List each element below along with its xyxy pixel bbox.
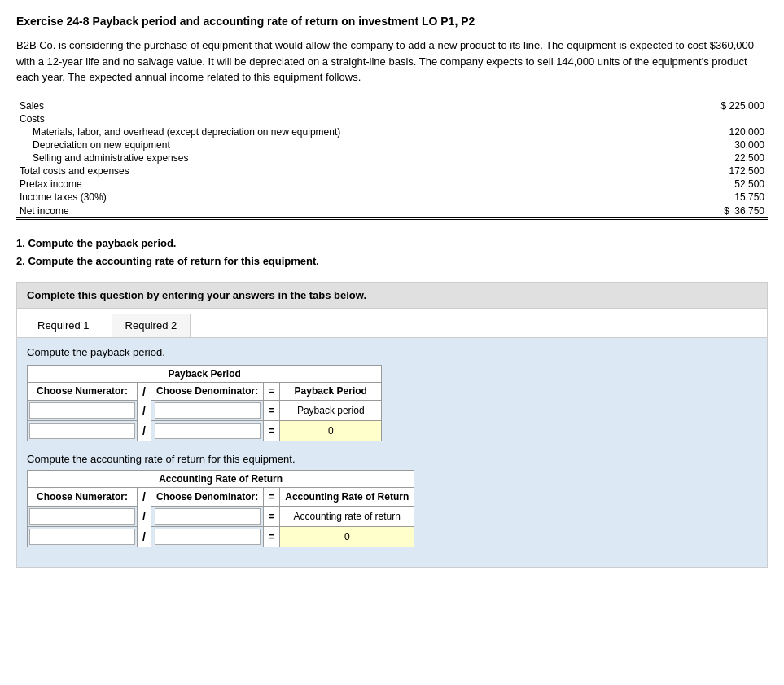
arr-choose-denominator-header: Choose Denominator: xyxy=(151,488,263,507)
arr-result-label-cell: Accounting rate of return xyxy=(280,506,414,526)
instruction-1-text: 1. Compute the payback period. xyxy=(16,237,177,249)
payback-result-value-cell[interactable] xyxy=(280,421,382,441)
income-value: 22,500 xyxy=(580,151,768,165)
payback-numerator-value[interactable] xyxy=(29,423,135,439)
instruction-item2: 2. Compute the accounting rate of return… xyxy=(16,252,768,270)
income-label: Income taxes (30%) xyxy=(16,191,580,204)
question-header: Complete this question by entering your … xyxy=(17,283,767,309)
tab-required1[interactable]: Required 1 xyxy=(24,314,103,337)
table-row: Materials, labor, and overhead (except d… xyxy=(16,125,768,138)
payback-denominator-value[interactable] xyxy=(155,423,261,439)
income-label: Sales xyxy=(16,99,580,112)
choose-denominator-header: Choose Denominator: xyxy=(151,382,263,401)
arr-numerator-value[interactable] xyxy=(29,529,135,545)
payback-table: Payback Period Choose Numerator: / Choos… xyxy=(27,365,382,442)
question-box: Complete this question by entering your … xyxy=(16,282,768,568)
table-row: Pretax income 52,500 xyxy=(16,178,768,191)
table-row: Sales $ 225,000 xyxy=(16,99,768,112)
tabs-row: Required 1 Required 2 xyxy=(17,309,767,338)
arr-numerator-input-cell[interactable] xyxy=(28,506,138,526)
table-row: Selling and administrative expenses 22,5… xyxy=(16,151,768,165)
arr-equals-2: = xyxy=(264,526,280,547)
arr-denominator-value-cell[interactable] xyxy=(151,526,263,547)
payback-result-header: Payback Period xyxy=(280,382,382,401)
income-value: 52,500 xyxy=(580,178,768,191)
arr-denominator-value[interactable] xyxy=(155,529,261,545)
payback-numerator-value-cell[interactable] xyxy=(28,421,138,441)
equals-1: = xyxy=(264,401,280,421)
payback-row-1: / = Payback period xyxy=(28,401,382,421)
arr-table-header: Accounting Rate of Return xyxy=(28,471,414,488)
slash-header: / xyxy=(138,382,151,401)
arr-result-value-cell[interactable] xyxy=(280,526,414,547)
income-label: Depreciation on new equipment xyxy=(16,138,580,151)
arr-section-label: Compute the accounting rate of return fo… xyxy=(27,453,757,465)
arr-slash-1: / xyxy=(138,506,151,526)
payback-numerator-input-cell[interactable] xyxy=(28,401,138,421)
income-value: 120,000 xyxy=(580,125,768,138)
arr-slash-2: / xyxy=(138,526,151,547)
equals-header: = xyxy=(264,382,280,401)
income-value: 172,500 xyxy=(580,165,768,178)
table-row: Depreciation on new equipment 30,000 xyxy=(16,138,768,151)
instruction-2-text: 2. Compute the accounting rate of return… xyxy=(16,255,319,267)
payback-numerator-input[interactable] xyxy=(29,402,135,419)
arr-equals-header: = xyxy=(264,488,280,507)
arr-result-value[interactable] xyxy=(298,529,396,544)
payback-denominator-input[interactable] xyxy=(155,402,261,419)
slash-1: / xyxy=(138,401,151,421)
arr-numerator-value-cell[interactable] xyxy=(28,526,138,547)
arr-numerator-input[interactable] xyxy=(29,508,135,525)
income-value: $ 225,000 xyxy=(580,99,768,112)
payback-result-label-cell: Payback period xyxy=(280,401,382,421)
table-row: Net income $ 36,750 xyxy=(16,204,768,218)
income-label: Costs xyxy=(16,112,580,125)
arr-table: Accounting Rate of Return Choose Numerat… xyxy=(27,470,414,547)
tab-content-required1: Compute the payback period. Payback Peri… xyxy=(17,338,767,567)
instructions: 1. Compute the payback period. 2. Comput… xyxy=(16,235,768,270)
income-value: $ 36,750 xyxy=(580,204,768,218)
payback-denominator-input-cell[interactable] xyxy=(151,401,263,421)
income-label: Selling and administrative expenses xyxy=(16,151,580,165)
payback-row-2: / = xyxy=(28,421,382,441)
payback-table-header: Payback Period xyxy=(28,365,382,382)
slash-2: / xyxy=(138,421,151,441)
payback-denominator-value-cell[interactable] xyxy=(151,421,263,441)
income-value xyxy=(580,112,768,125)
arr-section: Compute the accounting rate of return fo… xyxy=(27,453,757,547)
income-value: 30,000 xyxy=(580,138,768,151)
arr-denominator-input[interactable] xyxy=(155,508,261,525)
payback-result-value[interactable] xyxy=(282,424,379,438)
arr-denominator-input-cell[interactable] xyxy=(151,506,263,526)
payback-section-label: Compute the payback period. xyxy=(27,346,757,358)
instruction-item1: 1. Compute the payback period. xyxy=(16,235,768,252)
arr-choose-numerator-header: Choose Numerator: xyxy=(28,488,138,507)
table-row: Total costs and expenses 172,500 xyxy=(16,165,768,178)
table-row: Income taxes (30%) 15,750 xyxy=(16,191,768,204)
tab-required2[interactable]: Required 2 xyxy=(112,314,191,337)
income-label: Total costs and expenses xyxy=(16,165,580,178)
intro-paragraph: B2B Co. is considering the purchase of e… xyxy=(16,37,768,86)
choose-numerator-header: Choose Numerator: xyxy=(28,382,138,401)
arr-equals-1: = xyxy=(264,506,280,526)
equals-2: = xyxy=(264,421,280,441)
arr-slash-header: / xyxy=(138,488,151,507)
table-row: Costs xyxy=(16,112,768,125)
income-label: Net income xyxy=(16,204,580,218)
arr-row-1: / = Accounting rate of return xyxy=(28,506,414,526)
income-value: 15,750 xyxy=(580,191,768,204)
income-label: Pretax income xyxy=(16,178,580,191)
income-table: Sales $ 225,000 Costs Materials, labor, … xyxy=(16,99,768,220)
arr-result-header: Accounting Rate of Return xyxy=(280,488,414,507)
exercise-title: Exercise 24-8 Payback period and account… xyxy=(16,15,768,28)
payback-section: Compute the payback period. Payback Peri… xyxy=(27,346,757,442)
arr-row-2: / = xyxy=(28,526,414,547)
income-label: Materials, labor, and overhead (except d… xyxy=(16,125,580,138)
